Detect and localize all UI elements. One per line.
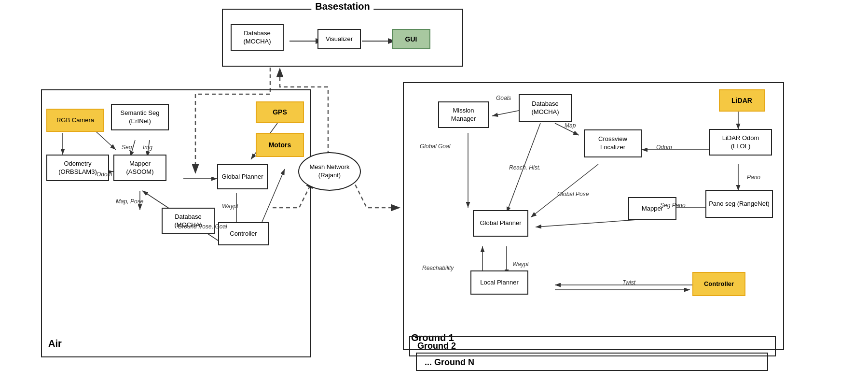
diagram-container: Basestation Database (MOCHA) Visualizer …: [0, 0, 868, 383]
air-database: Database (MOCHA): [162, 208, 215, 234]
ground1-mapper: Mapper: [628, 197, 676, 220]
label-map-g1: Map: [565, 122, 576, 129]
ground1-mission-manager: Mission Manager: [438, 101, 489, 128]
air-semantic-seg: Semantic Seg (ErfNet): [111, 104, 169, 130]
ground2-label: Ground 2: [417, 341, 456, 351]
label-reach-hist: Reach. Hist.: [509, 164, 540, 171]
ground1-local-planner: Local Planner: [470, 270, 528, 295]
label-waypt-air: Waypt: [222, 203, 238, 210]
air-gps: GPS: [256, 101, 304, 123]
air-label: Air: [48, 338, 62, 349]
label-goals: Goals: [496, 95, 511, 101]
label-pano: Pano: [747, 174, 760, 181]
air-mapper: Mapper (ASOOM): [113, 155, 166, 181]
ground1-controller: Controller: [692, 272, 745, 296]
label-odom-air: Odom: [96, 171, 112, 178]
basestation-label: Basestation: [311, 1, 373, 12]
groundn-label: ... Ground N: [425, 357, 474, 368]
label-global-pose: Global Pose: [557, 191, 589, 198]
basestation-database: Database (MOCHA): [231, 24, 284, 51]
ground1-global-planner: Global Planner: [473, 210, 528, 237]
ground1-database: Database (MOCHA): [519, 94, 572, 122]
air-rgb-camera: RGB Camera: [46, 109, 104, 132]
label-map-pose: Map, Pose: [116, 198, 143, 205]
mesh-network: Mesh Network (Rajant): [298, 152, 361, 191]
label-odom-g1: Odom: [656, 144, 672, 151]
air-global-planner: Global Planner: [217, 164, 268, 189]
label-seg: Seg: [122, 144, 132, 151]
ground1-lidar: LiDAR: [719, 89, 765, 112]
basestation-visualizer: Visualizer: [317, 29, 361, 49]
air-motors: Motors: [256, 133, 304, 157]
label-seg-pano: Seg Pano: [660, 202, 686, 209]
label-img: Img: [143, 144, 152, 151]
label-reachability: Reachability: [422, 265, 454, 271]
ground1-pano-seg: Pano seg (RangeNet): [705, 190, 773, 218]
label-twist: Twist: [622, 279, 635, 286]
basestation-gui: GUI: [392, 29, 430, 49]
ground1-crossview: Crossview Localizer: [584, 129, 642, 157]
label-waypt-g1: Waypt: [512, 261, 529, 268]
label-ground-pose-goal: Ground Pose, Goal: [178, 223, 227, 230]
label-global-goal: Global Goal: [420, 143, 450, 151]
ground1-lidar-odom: LiDAR Odom (LLOL): [709, 129, 772, 156]
